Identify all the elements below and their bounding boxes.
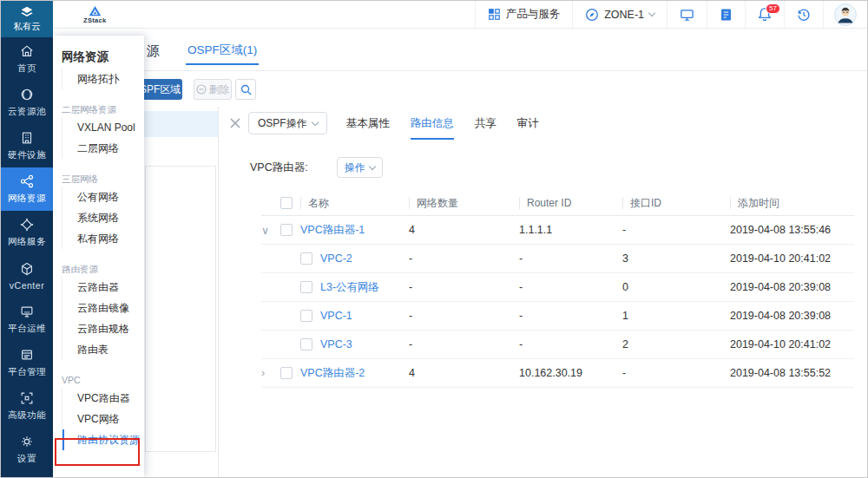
- expand-toggle-icon[interactable]: ∨: [261, 224, 280, 237]
- network-service-icon: [19, 217, 35, 232]
- minus-circle-icon: [196, 84, 207, 95]
- close-panel-button[interactable]: [229, 117, 241, 129]
- menu-item-cloud-router-image[interactable]: 云路由镜像: [62, 298, 144, 318]
- cloud-type-label: 私有云: [13, 21, 41, 33]
- menu-item-network-topology[interactable]: 网络拓扑: [62, 69, 144, 89]
- history-button[interactable]: [784, 1, 823, 28]
- sidebar-item-hardware[interactable]: 硬件设施: [1, 124, 53, 167]
- document-icon: [720, 8, 733, 22]
- zstack-logo[interactable]: ZStack: [83, 1, 106, 28]
- tab-ospf-area[interactable]: OSPF区域(1): [187, 43, 257, 58]
- primary-sidebar: 私有云 首页 云资源池 硬件设施 网络资源 网络服务: [1, 1, 53, 477]
- console-button[interactable]: [667, 1, 707, 28]
- menu-item-l2-network[interactable]: 二层网络: [62, 138, 144, 159]
- sidebar-item-home[interactable]: 首页: [1, 37, 53, 81]
- menu-section-header: 三层网络: [53, 171, 144, 187]
- chevron-down-icon: [311, 118, 318, 125]
- table-row: L3-公有网络 - - 0 2019-04-08 20:39:08: [261, 273, 854, 302]
- col-added-time: 添加时间: [730, 197, 779, 209]
- sidebar-item-platform-ops[interactable]: 平台运维: [1, 298, 53, 341]
- gear-icon: [19, 434, 35, 449]
- detail-header: OSPF操作 基本属性 路由信息 共享 审计: [219, 107, 866, 140]
- col-iface-id: 接口ID: [622, 197, 661, 209]
- monitor-icon: [680, 8, 694, 22]
- notification-count-badge: 57: [766, 3, 780, 14]
- flyout-title: 网络资源: [53, 36, 144, 69]
- menu-section-header: 路由资源: [53, 261, 144, 277]
- tab-share[interactable]: 共享: [475, 107, 496, 140]
- tab-route-info[interactable]: 路由信息: [411, 107, 454, 140]
- menu-item-route-table[interactable]: 路由表: [62, 339, 144, 360]
- products-services-menu[interactable]: 产品与服务: [475, 1, 573, 28]
- menu-section-header: VPC: [53, 372, 144, 388]
- col-networks: 网络数量: [409, 197, 458, 209]
- selected-master-row[interactable]: [144, 111, 218, 137]
- menu-item-vxlan-pool[interactable]: VXLAN Pool: [62, 117, 144, 138]
- table-row: VPC-3 - - 2 2019-04-10 20:41:02: [261, 331, 854, 359]
- menu-group: 网络拓扑: [53, 69, 144, 89]
- row-checkbox[interactable]: [280, 224, 293, 236]
- menu-group: 二层网络资源 VXLAN Pool 二层网络: [53, 101, 144, 159]
- cloud-type-badge[interactable]: 私有云: [1, 1, 53, 37]
- menu-group: 路由资源 云路由器 云路由镜像 云路由规格 路由表: [53, 261, 144, 360]
- page-title-fragment: 源: [147, 43, 160, 60]
- menu-group: 三层网络 公有网络 系统网络 私有网络: [53, 171, 144, 249]
- network-resources-flyout: 网络资源 网络拓扑 二层网络资源 VXLAN Pool 二层网络 三层网络 公有…: [53, 36, 144, 477]
- vpc-router-label: VPC路由器:: [250, 160, 308, 175]
- row-name-link[interactable]: VPC-1: [320, 310, 352, 322]
- sidebar-item-settings[interactable]: 设置: [1, 428, 53, 471]
- row-name-link[interactable]: VPC-2: [320, 252, 352, 265]
- tab-basic-properties[interactable]: 基本属性: [346, 107, 390, 140]
- menu-item-cloud-router-spec[interactable]: 云路由规格: [62, 318, 144, 339]
- menu-item-public-network[interactable]: 公有网络: [62, 187, 144, 207]
- menu-item-vpc-network[interactable]: VPC网络: [62, 409, 144, 429]
- sidebar-nav: 首页 云资源池 硬件设施 网络资源 网络服务 vCenter: [1, 37, 53, 471]
- col-name: 名称: [300, 197, 329, 209]
- menu-group: VPC VPC路由器 VPC网络 路由协议资源: [53, 372, 144, 450]
- sidebar-item-vcenter[interactable]: vCenter: [1, 254, 53, 298]
- expand-toggle-icon[interactable]: ›: [261, 367, 280, 379]
- user-avatar[interactable]: [823, 1, 867, 28]
- window-icon: [19, 347, 35, 363]
- brackets-icon: [19, 390, 35, 406]
- row-name-link[interactable]: VPC路由器-1: [300, 223, 365, 238]
- sidebar-item-advanced[interactable]: 高级功能: [1, 384, 53, 428]
- select-all-checkbox[interactable]: [280, 197, 293, 209]
- table-row: ∨ VPC路由器-1 4 1.1.1.1 - 2019-04-08 13:55:…: [261, 216, 854, 245]
- app-window: 私有云 首页 云资源池 硬件设施 网络资源 网络服务: [0, 0, 868, 478]
- vpc-router-selector-row: VPC路由器: 操作: [250, 157, 383, 178]
- zone-selector[interactable]: ZONE-1: [572, 1, 667, 28]
- delete-button[interactable]: 删除: [194, 79, 232, 100]
- row-name-link[interactable]: VPC路由器-2: [300, 366, 365, 381]
- row-checkbox[interactable]: [300, 281, 312, 293]
- row-checkbox[interactable]: [300, 338, 312, 350]
- col-router-id: Router ID: [519, 197, 571, 209]
- table-row: › VPC路由器-2 4 10.162.30.19 - 2019-04-08 1…: [261, 359, 854, 388]
- logs-button[interactable]: [707, 1, 745, 28]
- row-name-link[interactable]: VPC-3: [320, 338, 352, 350]
- menu-item-system-network[interactable]: 系统网络: [62, 207, 144, 228]
- tab-audit[interactable]: 审计: [517, 107, 539, 140]
- menu-item-cloud-router[interactable]: 云路由器: [62, 277, 144, 298]
- table-header: 名称 网络数量 Router ID 接口ID 添加时间: [261, 190, 854, 216]
- menu-item-private-network[interactable]: 私有网络: [62, 228, 144, 249]
- sidebar-item-platform-manage[interactable]: 平台管理: [1, 341, 53, 384]
- grid-icon: [488, 8, 501, 21]
- sidebar-item-network-resources[interactable]: 网络资源: [1, 167, 53, 211]
- notifications-button[interactable]: 57: [745, 1, 784, 28]
- avatar-icon: [834, 3, 857, 26]
- menu-section-header: 二层网络资源: [53, 101, 144, 117]
- row-checkbox[interactable]: [300, 310, 312, 322]
- ospf-actions-dropdown[interactable]: OSPF操作: [248, 112, 327, 134]
- search-button[interactable]: [235, 79, 256, 100]
- menu-item-vpc-router[interactable]: VPC路由器: [62, 388, 144, 409]
- row-checkbox[interactable]: [300, 252, 312, 265]
- menu-item-routing-protocol-resources[interactable]: 路由协议资源: [62, 429, 144, 450]
- vpc-router-actions-dropdown[interactable]: 操作: [337, 157, 383, 178]
- row-checkbox[interactable]: [280, 367, 293, 379]
- route-info-table: 名称 网络数量 Router ID 接口ID 添加时间 ∨ VPC路由器-1 4…: [261, 190, 854, 388]
- sidebar-item-cloud-pool[interactable]: 云资源池: [1, 81, 53, 124]
- sidebar-item-network-services[interactable]: 网络服务: [1, 211, 53, 254]
- row-name-link[interactable]: L3-公有网络: [320, 280, 379, 295]
- zstack-logo-icon: [89, 5, 102, 16]
